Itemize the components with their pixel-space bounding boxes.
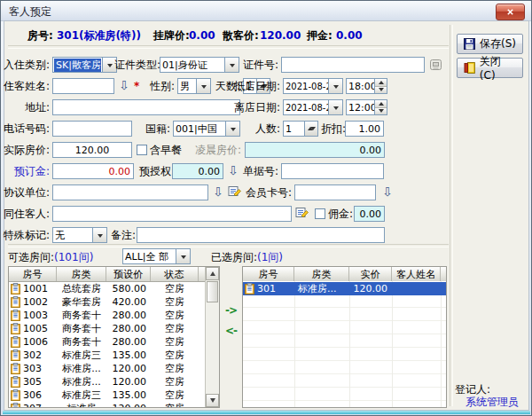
member-card-dropdown-icon[interactable]: ⇩ [382, 185, 393, 198]
checkin-type-combo[interactable]: SK|散客房 [52, 57, 117, 73]
scrollbar-up-button[interactable] [206, 267, 219, 280]
table-grid [243, 281, 446, 408]
table-row[interactable]: 303 标准房... 120.00 空房 [9, 362, 219, 375]
id-number-label: 证件号: [230, 58, 278, 72]
scrollbar-down-button[interactable] [206, 394, 219, 407]
table-row[interactable]: 1001 总统套房 580.00 空房 [9, 282, 219, 295]
updown-icon[interactable] [374, 79, 387, 93]
column-header[interactable]: 房类 [57, 267, 106, 281]
table-row[interactable]: 1005 商务套十 280.00 空房 [9, 322, 219, 335]
roommate-input[interactable] [52, 206, 292, 222]
table-row[interactable]: 307 标准房 120.00 空房 [9, 402, 219, 408]
depart-date-value: 2021-08-26 [284, 103, 328, 113]
chevron-down-icon[interactable] [328, 79, 342, 93]
actual-price-input[interactable]: 120.00 [52, 142, 132, 158]
receipt-label: 单据号: [230, 164, 278, 178]
discount-input[interactable]: 1.00 [345, 121, 384, 137]
column-header[interactable]: 房号 [243, 267, 294, 281]
room-icon [11, 296, 20, 308]
room-filter-value: ALL|全 部 [123, 250, 176, 263]
column-header[interactable]: 客人姓名 [392, 267, 441, 281]
column-header[interactable]: 状态 [151, 267, 199, 281]
chevron-down-icon[interactable] [225, 122, 239, 136]
updown-icon[interactable] [374, 100, 387, 114]
table-row[interactable]: 306 标准房三 135.00 空房 [9, 389, 219, 402]
phone-input[interactable] [52, 121, 132, 137]
room-number-label: 房号: [27, 28, 53, 43]
agreement-dropdown-icon[interactable]: ⇩ [213, 185, 223, 198]
room-icon [11, 336, 20, 348]
walkin-price-value: 120.00 [260, 28, 301, 43]
chevron-down-icon[interactable] [196, 79, 210, 93]
persons-spinner[interactable]: 1 [283, 121, 318, 137]
table-row[interactable]: 1003 商务套十 280.00 空房 [9, 309, 219, 322]
preauth-input[interactable]: 0.00 [172, 163, 223, 179]
arrive-time-spinner[interactable]: 18:00 [346, 78, 387, 94]
room-filter-combo[interactable]: ALL|全 部 [122, 248, 191, 264]
reserve-deposit-input[interactable]: 0.00 [52, 163, 134, 179]
breakfast-checkbox[interactable] [137, 145, 147, 155]
agreement-input[interactable] [52, 184, 208, 200]
persons-value: 1 [284, 123, 304, 135]
divider [8, 244, 449, 247]
receipt-input[interactable] [281, 163, 384, 179]
member-card-input[interactable] [294, 184, 376, 200]
available-rooms-count: (101间) [54, 251, 93, 263]
column-header[interactable]: 房号 [9, 267, 57, 281]
guest-name-input[interactable] [52, 78, 114, 94]
gender-combo[interactable]: 男 [177, 78, 211, 94]
arrive-date-combo[interactable]: 2021-08-25 [283, 78, 343, 94]
address-input[interactable] [52, 99, 240, 115]
nationality-combo[interactable]: 001|中国 [173, 121, 240, 137]
column-header[interactable]: 房类 [294, 267, 349, 281]
spin-buttons-icon[interactable] [304, 122, 317, 136]
selected-rooms-table: 房号 房类 实价 客人姓名 301 标准房... 120.00 [242, 266, 447, 408]
depart-time-spinner[interactable]: 12:00 [346, 99, 387, 115]
move-left-button[interactable]: <- [225, 325, 237, 337]
column-header[interactable]: 实价 [349, 267, 392, 281]
table-row[interactable]: 1002 豪华套房 420.00 空房 [9, 295, 219, 309]
card-reader-icon[interactable] [428, 58, 443, 72]
commission-input[interactable]: 0.00 [354, 206, 385, 222]
room-icon [11, 363, 20, 374]
save-button[interactable]: 保存(S) [457, 34, 523, 54]
table-row[interactable]: 305 标准房... 120.00 空房 [9, 375, 219, 389]
guest-name-dropdown-icon[interactable]: ⇩ [119, 79, 129, 91]
remark-input[interactable] [137, 227, 385, 243]
move-right-button[interactable]: -> [225, 304, 237, 317]
close-dialog-button[interactable]: 关闭(C) [457, 58, 523, 78]
arrive-date-value: 2021-08-25 [284, 82, 328, 91]
table-row[interactable]: 302 标准房三 135.00 空房 [9, 349, 219, 362]
arrive-date-label: 抵店日期: [225, 79, 280, 93]
chevron-down-icon[interactable] [92, 228, 106, 242]
divider [8, 45, 449, 49]
room-icon [11, 349, 20, 361]
notebook-edit-icon[interactable] [295, 206, 309, 219]
notebook-edit-icon[interactable] [228, 184, 242, 198]
gender-value: 男 [178, 80, 196, 93]
actual-price-value: 120.00 [75, 145, 110, 156]
special-mark-combo[interactable]: 无 [52, 227, 107, 243]
column-header[interactable]: 预设价 [106, 267, 151, 281]
frame-accent [3, 411, 530, 414]
remark-label: 备注: [111, 228, 134, 242]
chevron-down-icon[interactable] [328, 100, 342, 114]
scrollbar[interactable] [205, 267, 219, 407]
reservation-dialog: 客人预定 房号: 301(标准房(特)) 挂牌价: 0.00 散客价: 120.… [0, 0, 532, 416]
deposit-label: 押金: [307, 28, 332, 43]
close-label: 关闭(C) [480, 54, 516, 82]
persons-label: 人数: [252, 122, 280, 136]
commission-checkbox[interactable] [315, 208, 325, 219]
scrollbar-thumb[interactable] [207, 281, 218, 302]
actual-price-label: 实际房价: [3, 143, 50, 157]
depart-date-combo[interactable]: 2021-08-26 [283, 99, 343, 115]
id-type-combo[interactable]: 01|身份证 [160, 57, 239, 73]
selected-room-row[interactable]: 301 标准房... 120.00 [243, 282, 446, 295]
selected-rooms-text: 已选房间: [211, 251, 257, 263]
table-row[interactable]: 1006 商务套十 280.00 空房 [9, 335, 219, 349]
id-number-input[interactable] [281, 57, 425, 73]
gender-label: 性别: [143, 79, 175, 93]
chevron-down-icon[interactable] [176, 249, 190, 263]
selected-rooms-label: 已选房间:(1间) [211, 250, 283, 264]
close-button[interactable] [496, 4, 525, 20]
